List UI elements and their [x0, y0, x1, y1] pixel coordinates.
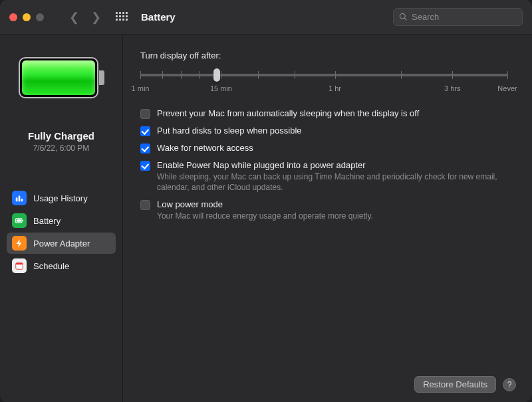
svg-rect-4	[22, 220, 23, 222]
close-window-button[interactable]	[9, 13, 17, 21]
option-label: Low power mode	[157, 199, 373, 209]
slider-tick-label: 1 min	[132, 84, 150, 92]
sidebar-item-battery[interactable]: Battery	[7, 210, 116, 231]
sidebar-item-power-adapter[interactable]: Power Adapter	[7, 233, 116, 254]
svg-rect-7	[16, 263, 23, 265]
restore-defaults-button[interactable]: Restore Defaults	[414, 376, 496, 393]
option-wake-network[interactable]: Wake for network access	[140, 143, 516, 153]
sidebar-item-label: Usage History	[33, 193, 88, 203]
option-label: Wake for network access	[157, 143, 253, 153]
battery-status-time: 7/6/22, 6:00 PM	[33, 144, 90, 153]
checkbox[interactable]	[140, 126, 150, 136]
footer: Restore Defaults ?	[140, 373, 516, 393]
sidebar: Fully Charged 7/6/22, 6:00 PM Usage Hist…	[0, 35, 123, 402]
sidebar-nav: Usage History Battery Power Adapter	[7, 187, 116, 276]
help-button[interactable]: ?	[503, 378, 516, 391]
minimize-window-button[interactable]	[23, 13, 31, 21]
checkbox[interactable]	[140, 200, 150, 210]
window-title: Battery	[141, 11, 176, 23]
titlebar: ❮ ❯ Battery Search	[0, 0, 532, 35]
bolt-icon	[12, 236, 27, 251]
option-desc: Your Mac will reduce energy usage and op…	[157, 211, 373, 221]
forward-button[interactable]: ❯	[91, 10, 101, 25]
option-power-nap[interactable]: Enable Power Nap while plugged into a po…	[140, 160, 516, 193]
svg-rect-1	[19, 196, 21, 202]
option-desc: While sleeping, your Mac can back up usi…	[157, 171, 503, 193]
window-controls	[9, 13, 44, 21]
battery-icon	[12, 213, 27, 228]
zoom-window-button[interactable]	[36, 13, 44, 21]
main-pane: Turn display off after:	[123, 35, 532, 402]
sidebar-item-label: Power Adapter	[33, 239, 90, 249]
search-placeholder: Search	[412, 12, 439, 22]
option-low-power-mode[interactable]: Low power mode Your Mac will reduce ener…	[140, 199, 516, 221]
svg-rect-0	[16, 197, 18, 201]
chart-bar-icon	[12, 191, 27, 205]
checkbox[interactable]	[140, 161, 150, 171]
search-icon	[399, 13, 408, 21]
sidebar-item-label: Schedule	[33, 261, 69, 271]
option-prevent-sleep[interactable]: Prevent your Mac from automatically slee…	[140, 108, 516, 119]
sidebar-item-label: Battery	[33, 216, 61, 226]
battery-status-title: Fully Charged	[28, 130, 94, 142]
slider-label: Turn display off after:	[140, 50, 516, 60]
option-hard-disks-sleep[interactable]: Put hard disks to sleep when possible	[140, 126, 516, 136]
sidebar-item-usage-history[interactable]: Usage History	[7, 187, 116, 209]
svg-rect-2	[21, 199, 23, 201]
option-label: Put hard disks to sleep when possible	[157, 126, 302, 136]
slider-tick-label: 3 hrs	[444, 84, 460, 92]
options-list: Prevent your Mac from automatically slee…	[140, 108, 516, 222]
slider-tick-label: 15 min	[210, 84, 232, 92]
slider-tick-label: Never	[497, 84, 517, 92]
show-all-prefs-button[interactable]	[116, 12, 126, 23]
sidebar-item-schedule[interactable]: Schedule	[7, 255, 116, 276]
slider-tick-label: 1 hr	[329, 84, 341, 92]
checkbox[interactable]	[140, 109, 150, 119]
option-label: Prevent your Mac from automatically slee…	[157, 108, 419, 118]
battery-graphic	[19, 57, 104, 98]
search-input[interactable]: Search	[393, 8, 523, 26]
back-button[interactable]: ❮	[69, 10, 79, 25]
calendar-icon	[12, 258, 27, 273]
display-off-slider[interactable]: 1 min 15 min 1 hr 3 hrs Never	[140, 68, 507, 94]
svg-rect-5	[17, 219, 21, 222]
battery-prefs-window: ❮ ❯ Battery Search Fully Charged 7/6/22,…	[0, 0, 532, 402]
nav-arrows: ❮ ❯	[69, 10, 101, 25]
option-label: Enable Power Nap while plugged into a po…	[157, 160, 503, 170]
checkbox[interactable]	[140, 144, 150, 153]
